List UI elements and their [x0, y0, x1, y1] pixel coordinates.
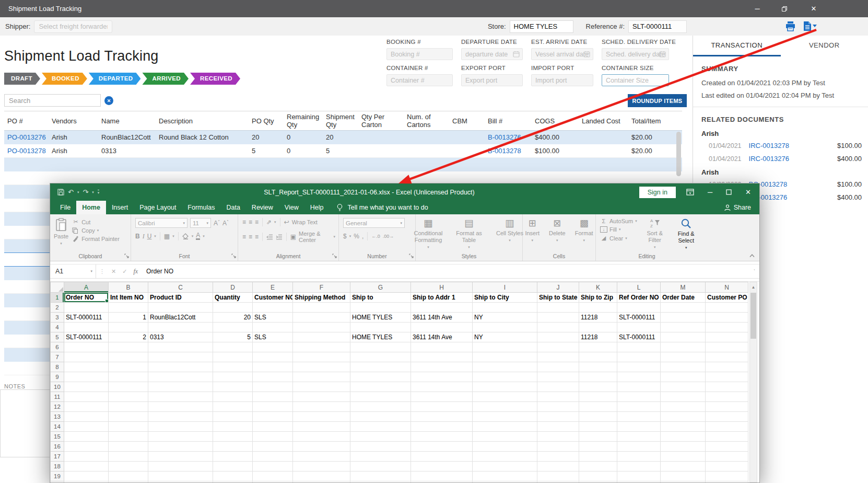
cell-A18[interactable] [64, 462, 109, 472]
cell-C9[interactable] [148, 372, 213, 382]
excel-minimize-icon[interactable]: ─ [708, 188, 712, 196]
cell-J3[interactable] [537, 313, 579, 323]
cell-D4[interactable] [213, 323, 253, 332]
column-header-N[interactable]: N [706, 282, 748, 293]
cell-E15[interactable] [253, 432, 293, 442]
bold-button[interactable]: B [135, 233, 140, 240]
cell-B15[interactable] [109, 432, 148, 442]
cell-J1[interactable]: Ship to State [537, 293, 579, 303]
cell-H15[interactable] [411, 432, 473, 442]
cell-K13[interactable] [579, 412, 617, 422]
cell-H3[interactable]: 3611 14th Ave [411, 313, 473, 323]
cell-I15[interactable] [473, 432, 537, 442]
cell-M4[interactable] [661, 323, 706, 332]
cell-E19[interactable] [253, 472, 293, 481]
cell-K8[interactable] [579, 362, 617, 372]
align-middle-icon[interactable]: ≡ [249, 218, 252, 226]
row-header-16[interactable]: 16 [51, 442, 64, 452]
cell-A1[interactable]: Order NO [64, 293, 109, 303]
cell-H10[interactable] [411, 382, 473, 392]
borders-icon[interactable]: ▦ [164, 233, 170, 240]
cell-L18[interactable] [617, 462, 661, 472]
decrease-decimal-icon[interactable]: .00→ [383, 234, 394, 239]
cell-F14[interactable] [293, 422, 350, 432]
row-header-8[interactable]: 8 [51, 362, 64, 372]
row-header-7[interactable]: 7 [51, 352, 64, 362]
row-header-10[interactable]: 10 [51, 382, 64, 392]
cell-E8[interactable] [253, 362, 293, 372]
cancel-entry-icon[interactable]: ✕ [111, 268, 116, 275]
cell-L4[interactable] [617, 323, 661, 332]
sort-filter-button[interactable]: AZ Sort & Filter▾ [639, 217, 671, 249]
font-size-select[interactable]: 11▾ [190, 218, 211, 228]
paste-button[interactable]: Paste ▾ [50, 217, 72, 249]
number-format-select[interactable]: General▾ [343, 218, 405, 228]
cell-B1[interactable]: Int Item NO [109, 293, 148, 303]
search-input[interactable] [4, 94, 101, 107]
cell-I2[interactable] [473, 303, 537, 313]
cell-A5[interactable]: SLT-0000111 [64, 332, 109, 342]
cell-C4[interactable] [148, 323, 213, 332]
cell-J7[interactable] [537, 352, 579, 362]
column-header-H[interactable]: H [411, 282, 473, 293]
cell-D7[interactable] [213, 352, 253, 362]
cell-L15[interactable] [617, 432, 661, 442]
cell-F9[interactable] [293, 372, 350, 382]
cell-M11[interactable] [661, 392, 706, 402]
cell-H18[interactable] [411, 462, 473, 472]
cell-F3[interactable] [293, 313, 350, 323]
excel-tab-data[interactable]: Data [220, 201, 245, 214]
cell-D18[interactable] [213, 462, 253, 472]
cell-C5[interactable]: 0313 [148, 332, 213, 342]
cell-E20[interactable] [253, 481, 293, 483]
row-header-3[interactable]: 3 [51, 313, 64, 323]
cell-B3[interactable]: 1 [109, 313, 148, 323]
cell-F2[interactable] [293, 303, 350, 313]
cell-D13[interactable] [213, 412, 253, 422]
cell-I11[interactable] [473, 392, 537, 402]
column-header-K[interactable]: K [579, 282, 617, 293]
column-header-M[interactable]: M [661, 282, 706, 293]
cell-D15[interactable] [213, 432, 253, 442]
cell-N3[interactable] [706, 313, 748, 323]
row-header-15[interactable]: 15 [51, 432, 64, 442]
cell-K17[interactable] [579, 452, 617, 462]
table-scrollbar[interactable] [676, 132, 681, 176]
cell-G16[interactable] [350, 442, 411, 452]
cell-E13[interactable] [253, 412, 293, 422]
cell-J11[interactable] [537, 392, 579, 402]
cell-H7[interactable] [411, 352, 473, 362]
align-right-icon[interactable]: ≡ [255, 233, 259, 240]
cell-M3[interactable] [661, 313, 706, 323]
column-header-D[interactable]: D [213, 282, 253, 293]
align-center-icon[interactable]: ≡ [249, 233, 252, 240]
cell-C13[interactable] [148, 412, 213, 422]
redo-icon[interactable]: ↷ [83, 189, 88, 196]
orientation-icon[interactable]: ⇗ [266, 218, 272, 226]
cell-B2[interactable] [109, 303, 148, 313]
share-button[interactable]: Share [724, 201, 751, 214]
cell-C19[interactable] [148, 472, 213, 481]
ribbon-display-options-icon[interactable] [686, 189, 694, 196]
cell-C11[interactable] [148, 392, 213, 402]
cell-A10[interactable] [64, 382, 109, 392]
cell-M16[interactable] [661, 442, 706, 452]
sheet-vscrollbar[interactable]: ▲ [749, 282, 757, 482]
cell-N11[interactable] [706, 392, 748, 402]
cell-L20[interactable] [617, 481, 661, 483]
cell-F10[interactable] [293, 382, 350, 392]
cell-G19[interactable] [350, 472, 411, 481]
cell-J6[interactable] [537, 342, 579, 352]
cell-E11[interactable] [253, 392, 293, 402]
cell-B16[interactable] [109, 442, 148, 452]
row-header-19[interactable]: 19 [51, 472, 64, 481]
cell-H13[interactable] [411, 412, 473, 422]
cell-F11[interactable] [293, 392, 350, 402]
cell-E2[interactable] [253, 303, 293, 313]
percent-style-icon[interactable]: % [354, 233, 359, 240]
column-header-G[interactable]: G [350, 282, 411, 293]
field-input-booking[interactable] [386, 48, 453, 60]
format-painter-button[interactable]: Format Painter [72, 236, 120, 242]
cell-D10[interactable] [213, 382, 253, 392]
cell-I10[interactable] [473, 382, 537, 392]
